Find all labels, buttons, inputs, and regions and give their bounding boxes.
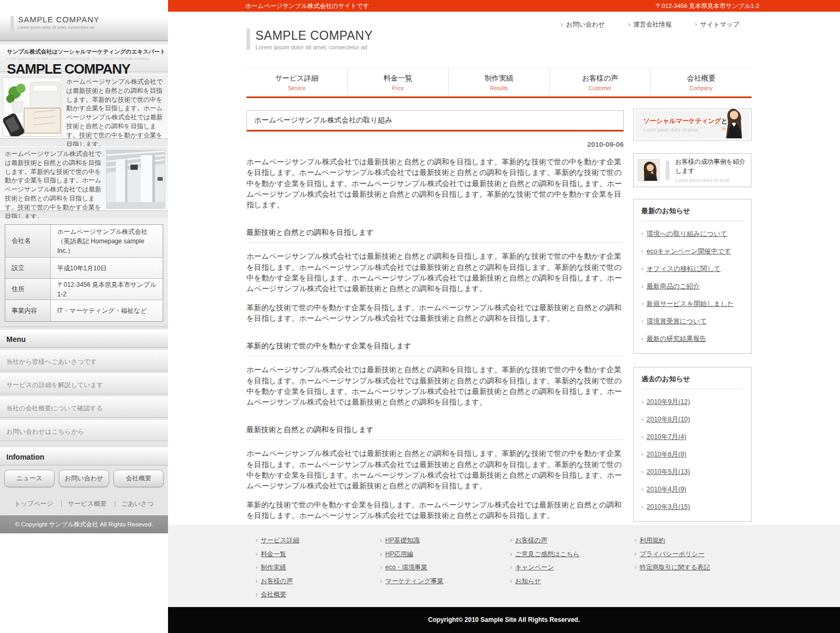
social-marketing-banner[interactable]: ソーシャルマーケティングとは? Lorem ipsum dolor sit am… xyxy=(633,109,751,140)
service-overview-link[interactable]: サービス概要 xyxy=(68,500,107,507)
sidebar-menu-item-company[interactable]: 当社の会社概要について確認する xyxy=(0,397,168,418)
sidebar-menu-item-service[interactable]: サービスの詳細を解説しています xyxy=(0,373,168,394)
arrow-bullet-icon: › xyxy=(510,550,512,558)
banner-title: お客様の成功事例を紹介します xyxy=(675,157,747,175)
tab-results[interactable]: 制作実績 Results xyxy=(448,68,550,96)
news-item: ›ecoキャンペーン開催中です xyxy=(641,247,744,256)
article: ホームページサンプル株式会社の取り組み 2010-09-06 ホームページサンプ… xyxy=(246,110,624,560)
news-link[interactable]: 環境への取り組みについて xyxy=(647,230,727,238)
arrow-bullet-icon: › xyxy=(641,265,643,272)
archive-link[interactable]: 2010年5月(13) xyxy=(647,468,690,476)
top-notice-bar: ホームページサンプル株式会社のサイトです 〒012-3456 見本県見本市サンプ… xyxy=(168,0,840,12)
news-link[interactable]: ecoキャンペーン開催中です xyxy=(647,248,731,255)
archive-item: ›2010年6月(8) xyxy=(641,450,744,459)
archive-link[interactable]: 2010年9月(12) xyxy=(647,398,690,406)
footer-link[interactable]: お知らせ xyxy=(515,577,541,585)
table-row: 事業内容 IT・マーケティング・福祉など xyxy=(5,300,163,321)
archive-link[interactable]: 2010年6月(8) xyxy=(647,451,686,458)
table-row: 会社名 ホームページサンプル株式会社 （英語表記 Homepage sample… xyxy=(5,225,163,258)
footer-link-item: ›HP応用編 xyxy=(380,550,444,559)
archive-item: ›2010年9月(12) xyxy=(641,398,744,407)
news-item: ›環境賞受賞について xyxy=(641,317,744,326)
page: SAMPLE COMPANY Lorem ipsum dolor sit ame… xyxy=(0,0,840,633)
arrow-bullet-icon: › xyxy=(634,564,636,571)
footer-link[interactable]: 会社概要 xyxy=(261,591,286,598)
section-paragraph: 革新的な技術で世の中を動かす企業を目指します。ホームページサンプル株式会社では最… xyxy=(246,499,624,521)
tab-company[interactable]: 会社概要 Company xyxy=(650,68,751,96)
separator: ｜ xyxy=(58,500,65,507)
section-paragraph: ホームページサンプル株式会社では最新技術と自然との調和を目指します。革新的な技術… xyxy=(246,448,624,491)
archive-link[interactable]: 2010年3月(15) xyxy=(647,503,690,511)
footer-link[interactable]: eco・環境事業 xyxy=(385,564,427,571)
news-link[interactable]: 環境賞受賞について xyxy=(647,318,707,325)
arrow-bullet-icon: › xyxy=(641,486,643,493)
past-news-box: 過去のお知らせ ›2010年9月(12) ›2010年8月(10) ›2010年… xyxy=(633,367,751,522)
sidebar-intro-block-1: ホームページサンプル株式会社では最新技術と自然との調和を目指します。革新的な技術… xyxy=(0,74,168,139)
greeting-link[interactable]: ごあいさつ xyxy=(121,500,154,507)
header-logo[interactable]: SAMPLE COMPANY Lorem ipsum dolor sit ame… xyxy=(246,29,373,50)
sidebar-logo-main[interactable]: サンプル株式会社はソーシャルマーケティングのエキスパート Lorem ipsum… xyxy=(0,45,168,72)
sidebar-menu-item-greeting[interactable]: 当社から皆様へごあいさつです xyxy=(0,350,168,371)
footer-link[interactable]: 料金一覧 xyxy=(261,550,286,558)
company-button[interactable]: 会社概要 xyxy=(113,470,164,487)
row-value: IT・マーケティング・福祉など xyxy=(51,300,163,321)
footer-link[interactable]: お客様の声 xyxy=(515,537,547,544)
footer-link-item: ›利用規約 xyxy=(634,536,710,545)
footer-link[interactable]: プライバシーポリシー xyxy=(640,550,704,558)
arrow-bullet-icon: › xyxy=(255,591,258,598)
footer-link-item: ›お客様の声 xyxy=(510,536,580,545)
logo-title: SAMPLE COMPANY xyxy=(18,15,100,24)
sidebar-menu-item-contact[interactable]: お問い合わせはこちらから xyxy=(0,420,168,441)
archive-link[interactable]: 2010年4月(9) xyxy=(647,486,686,493)
footer-link[interactable]: 制作実績 xyxy=(261,564,286,571)
footer-link[interactable]: HP応用編 xyxy=(385,550,413,558)
footer-link[interactable]: HP基礎知識 xyxy=(385,537,420,544)
row-label: 事業内容 xyxy=(5,300,51,321)
sidebar-copyright: © Copyright サンプル株式会社 All Rights Reseved. xyxy=(0,515,168,533)
arrow-bullet-icon: › xyxy=(634,550,636,558)
banner-bar-decoration xyxy=(666,161,669,180)
archive-link[interactable]: 2010年8月(10) xyxy=(647,416,690,423)
utility-operator-link[interactable]: ›運営会社情報 xyxy=(628,20,671,29)
article-title: ホームページサンプル株式会社の取り組み xyxy=(246,110,624,131)
customer-case-banner[interactable]: お客様の成功事例を紹介します Lorem ipsum dolor sit ame… xyxy=(633,153,751,187)
section-paragraph: ホームページサンプル株式会社では最新技術と自然との調和を目指します。革新的な技術… xyxy=(246,251,624,294)
arrow-bullet-icon: › xyxy=(510,537,512,544)
news-link[interactable]: 新規サービスを開始しました xyxy=(647,300,734,307)
footer-link-item: ›サービス詳細 xyxy=(255,536,299,545)
logo-text-group: SAMPLE COMPANY Lorem ipsum dolor sit ame… xyxy=(255,29,373,50)
news-button[interactable]: ニュース xyxy=(4,470,55,487)
archive-link[interactable]: 2010年7月(4) xyxy=(647,433,686,441)
footer-link[interactable]: 利用規約 xyxy=(640,537,665,544)
footer-link[interactable]: マーケティング事業 xyxy=(385,577,444,585)
top-page-link[interactable]: トップページ xyxy=(14,500,53,507)
news-link[interactable]: 最新の研究結果報告 xyxy=(647,335,706,342)
section-heading: 最新技術と自然との調和を目指します xyxy=(246,228,624,243)
footer-link[interactable]: 特定商取引に関する表記 xyxy=(640,564,710,571)
row-value: ホームページサンプル株式会社 （英語表記 Homepage sample Inc… xyxy=(51,225,163,257)
footer-link[interactable]: キャンペーン xyxy=(515,564,554,571)
utility-contact-link[interactable]: ›お問い合わせ xyxy=(561,20,605,29)
tab-customer[interactable]: お客様の声 Customer xyxy=(549,68,650,96)
banner-title-accent: ソーシャルマーケティング xyxy=(643,117,721,125)
contact-button[interactable]: お問い合わせ xyxy=(59,470,109,487)
tab-price[interactable]: 料金一覧 Price xyxy=(347,68,448,96)
footer-link-item: ›プライバシーポリシー xyxy=(634,550,710,559)
arrow-bullet-icon: › xyxy=(641,283,643,290)
archive-item: ›2010年8月(10) xyxy=(641,415,744,424)
news-link[interactable]: オフィスの移転に関して xyxy=(647,265,721,272)
arrow-bullet-icon: › xyxy=(628,21,630,28)
footer-link[interactable]: サービス詳細 xyxy=(261,537,299,544)
utility-sitemap-link[interactable]: ›サイトマップ xyxy=(695,20,739,29)
footer-link[interactable]: お客様の声 xyxy=(261,577,293,585)
tab-service[interactable]: サービス詳細 Service xyxy=(246,68,347,96)
news-link[interactable]: 最新商品のご紹介 xyxy=(647,283,700,290)
footer-link[interactable]: ご意見ご感想はこちら xyxy=(515,550,580,558)
desk-plant-photo xyxy=(3,77,62,137)
site-copyright-bar: Copyright© 2010 Sample Site All Rights R… xyxy=(168,607,840,633)
article-intro: ホームページサンプル株式会社では最新技術と自然との調和を目指します。革新的な技術… xyxy=(246,156,624,210)
footer-column-2: ›HP基礎知識 ›HP応用編 ›eco・環境事業 ›マーケティング事業 xyxy=(380,536,444,590)
arrow-bullet-icon: › xyxy=(561,21,563,28)
footer-link-item: ›キャンペーン xyxy=(510,563,580,572)
section-heading: 最新技術と自然との調和を目指します xyxy=(246,425,624,440)
